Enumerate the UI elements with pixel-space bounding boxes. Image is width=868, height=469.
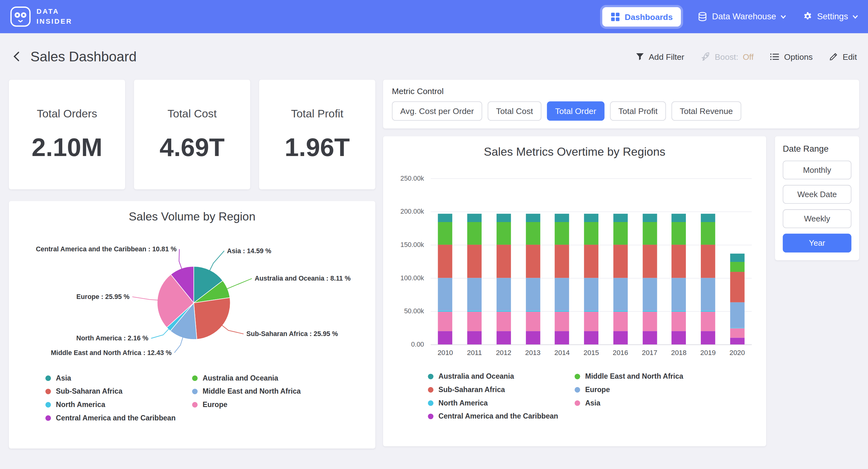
bar-segment-europe[interactable] <box>497 278 511 311</box>
legend-item-australia-and-oceania[interactable]: Australia and Oceania <box>192 374 339 382</box>
bar-segment-central-america-and-the-caribbean[interactable] <box>613 331 628 345</box>
bar-segment-asia[interactable] <box>672 312 686 331</box>
bar-segment-asia[interactable] <box>701 312 715 331</box>
bar-segment-australia-and-oceania[interactable] <box>642 214 657 222</box>
legend-item-asia[interactable]: Asia <box>575 399 721 407</box>
bar-segment-middle-east-and-north-africa[interactable] <box>613 222 628 245</box>
bar-segment-europe[interactable] <box>613 278 628 311</box>
date-range-button-weekly[interactable]: Weekly <box>783 209 851 228</box>
add-filter-button[interactable]: Add Filter <box>636 52 684 61</box>
legend-item-sub-saharan-africa[interactable]: Sub-Saharan Africa <box>428 385 575 394</box>
bar-segment-australia-and-oceania[interactable] <box>584 214 598 222</box>
bar-segment-sub-saharan-africa[interactable] <box>526 245 540 278</box>
nav-data-warehouse[interactable]: Data Warehouse <box>698 11 786 22</box>
metric-button-total-profit[interactable]: Total Profit <box>610 101 665 120</box>
bar-segment-sub-saharan-africa[interactable] <box>613 245 628 278</box>
bar-segment-central-america-and-the-caribbean[interactable] <box>497 331 511 345</box>
bar-segment-middle-east-and-north-africa[interactable] <box>672 222 686 245</box>
bar-segment-europe[interactable] <box>555 278 569 311</box>
bar-segment-middle-east-and-north-africa[interactable] <box>701 222 715 245</box>
legend-item-europe[interactable]: Europe <box>575 385 721 394</box>
date-range-button-monthly[interactable]: Monthly <box>783 161 851 179</box>
stacked-bar-2010[interactable] <box>438 214 453 345</box>
legend-item-central-america-and-the-caribbean[interactable]: Central America and the Caribbean <box>428 412 575 420</box>
legend-item-north-america[interactable]: North America <box>428 399 575 407</box>
bar-segment-asia[interactable] <box>584 312 598 331</box>
bar-segment-europe[interactable] <box>467 278 482 311</box>
stacked-bar-2016[interactable] <box>613 214 628 345</box>
bar-segment-middle-east-and-north-africa[interactable] <box>438 222 453 245</box>
stacked-bar-2015[interactable] <box>584 214 598 345</box>
stacked-bar-2020[interactable] <box>730 254 744 345</box>
bar-segment-australia-and-oceania[interactable] <box>438 214 453 222</box>
stacked-bar-2013[interactable] <box>526 214 540 345</box>
bar-segment-sub-saharan-africa[interactable] <box>672 245 686 278</box>
bar-segment-middle-east-and-north-africa[interactable] <box>497 222 511 245</box>
bar-segment-sub-saharan-africa[interactable] <box>701 245 715 278</box>
bar-segment-europe[interactable] <box>672 278 686 311</box>
stacked-bar-2012[interactable] <box>497 214 511 345</box>
bar-segment-middle-east-and-north-africa[interactable] <box>555 222 569 245</box>
nav-dashboards[interactable]: Dashboards <box>602 7 681 26</box>
bar-segment-central-america-and-the-caribbean[interactable] <box>730 338 744 345</box>
bar-segment-australia-and-oceania[interactable] <box>467 214 482 222</box>
back-button[interactable] <box>11 49 22 63</box>
bar-segment-europe[interactable] <box>701 278 715 311</box>
bar-segment-asia[interactable] <box>555 312 569 331</box>
stacked-bar-2018[interactable] <box>672 214 686 345</box>
bar-segment-sub-saharan-africa[interactable] <box>730 272 744 302</box>
date-range-button-week-date[interactable]: Week Date <box>783 185 851 204</box>
options-button[interactable]: Options <box>770 52 813 61</box>
bar-segment-central-america-and-the-caribbean[interactable] <box>701 331 715 345</box>
stacked-bar-2017[interactable] <box>642 214 657 345</box>
bar-segment-central-america-and-the-caribbean[interactable] <box>584 331 598 345</box>
stacked-bar-2019[interactable] <box>701 214 715 345</box>
bar-segment-europe[interactable] <box>526 278 540 311</box>
bar-segment-australia-and-oceania[interactable] <box>526 214 540 222</box>
stacked-bar-2011[interactable] <box>467 214 482 345</box>
legend-item-asia[interactable]: Asia <box>45 374 192 382</box>
metric-button-total-order[interactable]: Total Order <box>547 101 604 120</box>
bar-segment-sub-saharan-africa[interactable] <box>555 245 569 278</box>
bar-segment-australia-and-oceania[interactable] <box>613 214 628 222</box>
bar-segment-asia[interactable] <box>497 312 511 331</box>
bar-segment-europe[interactable] <box>730 303 744 328</box>
bar-segment-sub-saharan-africa[interactable] <box>584 245 598 278</box>
metric-button-total-revenue[interactable]: Total Revenue <box>672 101 741 120</box>
bar-segment-middle-east-and-north-africa[interactable] <box>467 222 482 245</box>
nav-settings[interactable]: Settings <box>803 11 858 22</box>
bar-segment-asia[interactable] <box>526 312 540 331</box>
edit-button[interactable]: Edit <box>829 52 857 61</box>
bar-segment-central-america-and-the-caribbean[interactable] <box>526 331 540 345</box>
bar-segment-australia-and-oceania[interactable] <box>497 214 511 222</box>
bar-segment-middle-east-and-north-africa[interactable] <box>642 222 657 245</box>
bar-segment-central-america-and-the-caribbean[interactable] <box>642 331 657 345</box>
legend-item-central-america-and-the-caribbean[interactable]: Central America and the Caribbean <box>45 414 192 422</box>
bar-segment-asia[interactable] <box>467 312 482 331</box>
bar-segment-central-america-and-the-caribbean[interactable] <box>555 331 569 345</box>
bar-segment-europe[interactable] <box>438 278 453 311</box>
pie-chart[interactable]: Asia : 14.59 %Australia and Oceania : 8.… <box>9 226 375 369</box>
bar-segment-middle-east-and-north-africa[interactable] <box>730 262 744 272</box>
bar-segment-asia[interactable] <box>438 312 453 331</box>
bar-segment-central-america-and-the-caribbean[interactable] <box>672 331 686 345</box>
bar-segment-asia[interactable] <box>730 328 744 338</box>
bar-segment-central-america-and-the-caribbean[interactable] <box>467 331 482 345</box>
bar-segment-sub-saharan-africa[interactable] <box>438 245 453 278</box>
bar-segment-australia-and-oceania[interactable] <box>555 214 569 222</box>
legend-item-sub-saharan-africa[interactable]: Sub-Saharan Africa <box>45 387 192 395</box>
bar-segment-asia[interactable] <box>642 312 657 331</box>
bar-segment-sub-saharan-africa[interactable] <box>642 245 657 278</box>
bar-segment-australia-and-oceania[interactable] <box>730 254 744 262</box>
bar-segment-sub-saharan-africa[interactable] <box>467 245 482 278</box>
bar-segment-sub-saharan-africa[interactable] <box>497 245 511 278</box>
metric-button-total-cost[interactable]: Total Cost <box>488 101 541 120</box>
date-range-button-year[interactable]: Year <box>783 234 851 252</box>
bar-chart-plot[interactable]: 250.00k200.00k150.00k100.00k50.00k0.00 <box>431 178 751 345</box>
legend-item-europe[interactable]: Europe <box>192 401 339 409</box>
pie-slice-sub-saharan-africa[interactable] <box>194 298 230 340</box>
brand-logo[interactable]: DATA INSIDER <box>10 6 72 27</box>
metric-button-avg-cost-per-order[interactable]: Avg. Cost per Order <box>392 101 482 120</box>
bar-segment-asia[interactable] <box>613 312 628 331</box>
bar-segment-australia-and-oceania[interactable] <box>672 214 686 222</box>
